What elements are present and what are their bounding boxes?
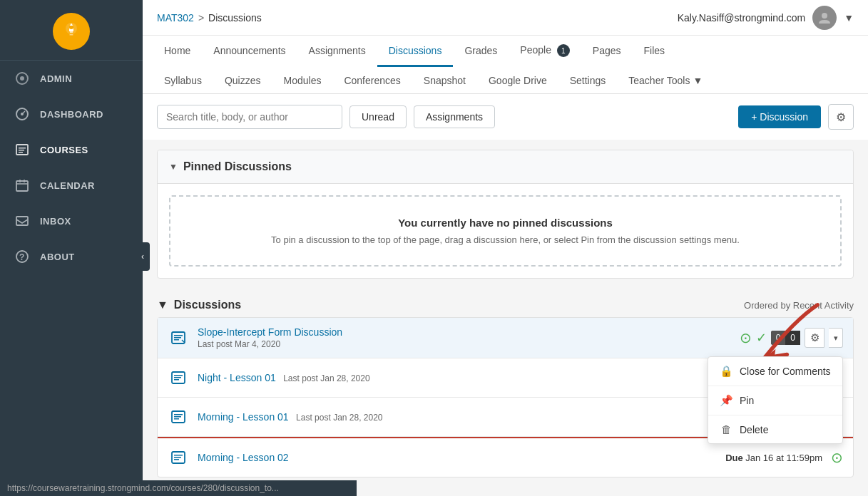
tab-modules[interactable]: Modules [272, 68, 333, 93]
search-filter-bar: Unread Assignments + Discussion ⚙ [143, 94, 868, 140]
pinned-empty-description: To pin a discussion to the top of the pa… [185, 234, 826, 245]
tab-announcements[interactable]: Announcements [202, 36, 297, 67]
svg-point-20 [822, 13, 827, 19]
item-gear-dropdown[interactable]: ▾ [829, 328, 843, 348]
discussion-info: Morning - Lesson 02 [198, 451, 717, 464]
tab-grades[interactable]: Grades [453, 36, 509, 67]
discussion-actions: ⊙ [831, 449, 843, 466]
avatar[interactable] [812, 6, 837, 30]
context-menu-delete[interactable]: 🗑 Delete [708, 415, 842, 443]
reply-count: 0 [771, 331, 786, 345]
admin-label: ADMIN [40, 73, 72, 84]
pinned-empty-state: You currently have no pinned discussions… [169, 195, 842, 267]
svg-rect-31 [174, 416, 181, 418]
breadcrumb-course-link[interactable]: MAT302 [157, 12, 194, 24]
dashboard-icon [14, 106, 30, 122]
discussion-title-link[interactable]: Morning - Lesson 01 [198, 411, 289, 423]
tab-snapshot[interactable]: Snapshot [412, 68, 477, 93]
tab-people[interactable]: People 1 [509, 36, 581, 68]
svg-rect-11 [19, 148, 26, 149]
sidebar-collapse-button[interactable]: ‹ [136, 242, 150, 271]
svg-rect-34 [174, 455, 183, 456]
svg-rect-27 [174, 377, 181, 378]
tab-syllabus[interactable]: Syllabus [153, 68, 213, 93]
tab-files[interactable]: Files [633, 36, 677, 67]
discussion-item: Slope-Intercept Form Discussion Last pos… [158, 318, 853, 358]
settings-gear-button[interactable]: ⚙ [828, 104, 854, 130]
tab-pages[interactable]: Pages [581, 36, 633, 67]
sidebar-item-admin[interactable]: ADMIN [0, 61, 143, 96]
navigation-tabs: Home Announcements Assignments Discussio… [143, 36, 868, 94]
discussion-info: Slope-Intercept Form Discussion Last pos… [198, 326, 731, 349]
discussion-actions: ⊙ ✓ 0 0 ⚙ ▾ [740, 328, 843, 348]
status-url: https://coursewaretraining.strongmind.co… [7, 483, 279, 493]
discussion-meta: Last post Jan 28, 2020 [283, 373, 369, 383]
add-discussion-button[interactable]: + Discussion [738, 105, 821, 128]
svg-rect-32 [174, 418, 179, 420]
discussions-collapse-arrow[interactable]: ▼ [157, 299, 168, 311]
tab-settings[interactable]: Settings [558, 68, 618, 93]
sidebar-item-calendar[interactable]: CALENDAR [0, 167, 143, 203]
tab-discussions[interactable]: Discussions [377, 36, 454, 67]
trash-icon: 🗑 [720, 423, 732, 435]
context-menu-close-comments[interactable]: 🔒 Close for Comments [708, 357, 842, 386]
discussion-title-link[interactable]: Morning - Lesson 02 [198, 452, 289, 463]
filter-unread-button[interactable]: Unread [349, 105, 407, 128]
svg-rect-5 [70, 34, 73, 36]
pinned-discussions-header: ▼ Pinned Discussions [158, 150, 853, 184]
tab-conferences[interactable]: Conferences [332, 68, 412, 93]
svg-rect-28 [174, 379, 179, 381]
logo [0, 0, 143, 61]
pinned-collapse-arrow[interactable]: ▼ [169, 162, 178, 172]
teacher-tools-chevron: ▼ [693, 75, 703, 86]
discussion-title-link[interactable]: Slope-Intercept Form Discussion [198, 326, 731, 338]
tab-assignments[interactable]: Assignments [297, 36, 377, 67]
about-icon: ? [14, 249, 30, 264]
sidebar-item-inbox[interactable]: INBOX [0, 203, 143, 239]
user-dropdown-chevron[interactable]: ▼ [844, 12, 854, 24]
teacher-tools-menu[interactable]: Teacher Tools ▼ [617, 68, 714, 93]
user-email: Kaly.Nasiff@strongmind.com [678, 12, 805, 24]
filter-assignments-button[interactable]: Assignments [414, 105, 495, 128]
lock-icon: 🔒 [720, 365, 732, 378]
svg-rect-16 [24, 180, 25, 182]
discussion-type-icon [168, 367, 189, 388]
check-icon[interactable]: ✓ [756, 330, 767, 346]
status-bar: https://coursewaretraining.strongmind.co… [0, 480, 357, 496]
sidebar-item-courses[interactable]: COURSES [0, 132, 143, 167]
pinned-section-title: Pinned Discussions [183, 160, 292, 173]
pin-icon: 📌 [720, 394, 732, 407]
inbox-label: INBOX [40, 216, 71, 227]
discussion-title-link[interactable]: Night - Lesson 01 [198, 372, 276, 383]
discussion-meta: Last post Mar 4, 2020 [198, 339, 731, 349]
circle-check-icon[interactable]: ⊙ [831, 449, 843, 466]
circle-check-icon[interactable]: ⊙ [740, 329, 752, 346]
discussion-type-icon [168, 447, 189, 468]
teacher-tools-label: Teacher Tools [628, 75, 690, 86]
discussions-title-text: Discussions [174, 299, 241, 311]
svg-rect-22 [174, 335, 183, 336]
pinned-discussions-section: ▼ Pinned Discussions You currently have … [157, 150, 854, 279]
content-area: Unread Assignments + Discussion ⚙ ▼ Pinn… [143, 94, 868, 496]
inbox-icon [14, 213, 30, 229]
primary-nav: Home Announcements Assignments Discussio… [143, 36, 868, 68]
unread-count: 0 [785, 331, 800, 345]
logo-icon [53, 13, 90, 50]
context-menu: 🔒 Close for Comments 📌 Pin 🗑 Delete [708, 356, 843, 444]
tab-home[interactable]: Home [153, 36, 202, 67]
discussion-info: Morning - Lesson 01 Last post Jan 28, 20… [198, 410, 717, 423]
context-menu-pin[interactable]: 📌 Pin [708, 386, 842, 415]
calendar-icon [14, 177, 30, 193]
item-gear-button[interactable]: ⚙ [805, 328, 824, 348]
people-badge: 1 [557, 44, 570, 57]
close-comments-label: Close for Comments [740, 366, 831, 377]
svg-point-7 [20, 76, 24, 81]
tab-quizzes[interactable]: Quizzes [213, 68, 272, 93]
search-input[interactable] [157, 105, 342, 129]
tab-google-drive[interactable]: Google Drive [477, 68, 558, 93]
sidebar-item-dashboard[interactable]: DASHBOARD [0, 96, 143, 132]
discussions-section-header: ▼ Discussions Ordered by Recent Activity [157, 289, 854, 317]
reply-count-badge: 0 0 [771, 331, 800, 345]
svg-rect-12 [19, 150, 24, 151]
sidebar-item-about[interactable]: ? ABOUT [0, 239, 143, 274]
